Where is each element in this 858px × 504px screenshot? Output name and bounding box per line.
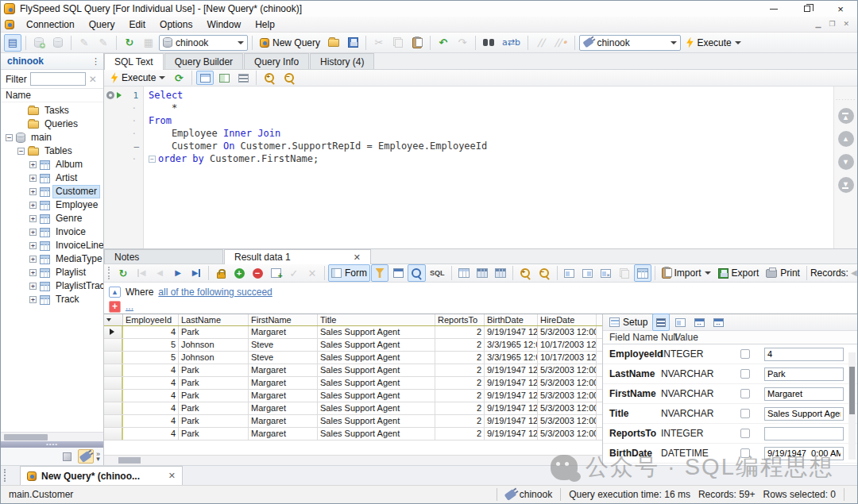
grid-cell[interactable]: Margaret [249,402,318,414]
scroll-down-button[interactable]: ▼ [838,154,854,170]
lock-button[interactable] [212,264,230,282]
null-checkbox[interactable] [740,448,750,458]
align-fields-button[interactable] [652,314,670,331]
grid-cell[interactable]: 9/19/1947 12:0... [485,428,538,440]
tree-item-customer[interactable]: +Customer [1,185,103,198]
menu-window[interactable]: Window [199,17,248,32]
grid-cell[interactable]: Park [179,390,249,402]
grid-cell[interactable]: Sales Support Agent [318,402,435,414]
scroll-top-button[interactable]: ▲ [838,108,854,124]
object-tree-toggle-button[interactable]: ▤ [4,34,21,52]
export-button[interactable]: Export [715,264,763,282]
grid-cell[interactable]: 2 [435,390,485,402]
grid-mode-button[interactable] [671,314,689,331]
mdi-minimize-button[interactable]: ▁ [815,21,821,28]
row-selector[interactable] [104,402,123,414]
grid-cell[interactable]: Johnson [179,352,249,364]
grid-cell[interactable]: 2 [435,326,485,338]
open-query-button[interactable] [325,34,342,52]
grid-cell[interactable]: 10/17/2003 12: [538,352,597,364]
grid-cell[interactable]: 5/3/2003 12:00 [538,377,597,389]
post-edit-button[interactable]: ✓ [285,264,303,282]
editor-zoom-in-button[interactable]: + [261,71,279,85]
best-fit-all-button[interactable] [492,264,509,282]
grid-cell[interactable]: 4 [123,428,179,440]
field-value-input[interactable] [764,348,844,361]
grid-cell[interactable]: 9/19/1947 12:0... [485,390,538,402]
records-prev-button[interactable]: ◀ [851,269,857,277]
first-record-button[interactable]: ◀ [133,264,150,282]
best-fit-button[interactable] [473,264,491,282]
objects-view-button[interactable] [60,449,75,464]
row-selector[interactable] [104,428,123,440]
table-row[interactable]: 4ParkMargaretSales Support Agent29/19/19… [104,415,602,428]
more-views-button[interactable]: »▾ [96,452,100,461]
expander-icon[interactable]: + [29,269,37,276]
column-header-lastname[interactable]: LastName [179,314,249,325]
add-filter-button[interactable]: + [109,301,121,313]
field-value-input[interactable] [764,367,844,381]
expander-icon[interactable]: − [6,134,13,141]
grid-cell[interactable]: 5/3/2003 12:00 [538,364,597,376]
scrollbar-thumb[interactable] [849,367,855,414]
grid-cell[interactable]: Johnson [179,339,249,351]
expander-icon[interactable]: + [29,215,37,222]
document-tab-close-icon[interactable]: ✕ [168,471,176,481]
next-record-button[interactable]: ▶ [169,264,187,282]
tree-item-main[interactable]: −main [1,131,103,144]
cut-button[interactable]: ✂ [370,34,388,52]
field-value-input[interactable] [764,387,844,401]
save-query-button[interactable] [344,34,361,52]
table-row[interactable]: 4ParkMargaretSales Support Agent29/19/19… [104,326,602,339]
row-selector[interactable] [104,377,123,389]
table-row[interactable]: 5JohnsonSteveSales Support Agent23/3/196… [104,352,602,364]
tab-result-data-1[interactable]: Result data 1✕ [224,249,371,264]
form-view-button[interactable]: Form [328,264,370,282]
grid-zoom-in-button[interactable]: + [516,264,535,282]
fold-toggle[interactable]: − [149,156,156,163]
grid-cell[interactable]: Steve [249,339,318,351]
column-header-birthdate[interactable]: BirthDate [485,314,538,325]
single-view-button[interactable] [196,71,214,85]
editor-zoom-out-button[interactable]: − [280,71,299,85]
grid-zoom-out-button[interactable]: − [535,264,554,282]
tree-item-queries[interactable]: Queries [1,117,103,131]
copy-button[interactable] [389,34,407,52]
menu-query[interactable]: Query [82,17,122,32]
row-selector[interactable] [104,326,123,338]
grid-cell[interactable]: 3/3/1965 12:00... [485,352,538,364]
execute-button[interactable]: Execute [682,34,744,52]
grid-cell[interactable]: 5 [123,339,179,351]
grid-cell[interactable]: 2 [435,352,485,364]
connections-view-button[interactable] [78,449,94,464]
table-row[interactable]: 4ParkMargaretSales Support Agent29/19/19… [104,390,602,402]
expander-icon[interactable]: + [29,296,37,303]
tab-notes[interactable]: Notes [104,249,223,264]
grid-cell[interactable]: Sales Support Agent [318,326,435,338]
filter-condition-link[interactable]: all of the following succeed [158,287,272,298]
layout-close-button[interactable] [597,264,615,282]
query-connection-combo[interactable]: chinook [579,35,681,51]
expander-icon[interactable]: + [29,188,37,195]
grid-cell[interactable]: Sales Support Agent [318,364,435,376]
tree-item-tables[interactable]: −Tables [1,144,103,158]
field-value-input[interactable] [764,447,844,460]
grid-cell[interactable]: Sales Support Agent [318,339,435,351]
scrollbar-thumb[interactable] [4,434,48,441]
undo-button[interactable]: ↶ [435,34,452,52]
row-selector[interactable] [104,339,123,351]
comment-button[interactable]: ∕∕ [532,34,550,52]
split-view-button[interactable] [215,71,233,85]
import-button[interactable]: Import [659,264,714,282]
grid-cell[interactable]: Steve [249,352,318,364]
field-value-input[interactable] [764,407,844,421]
grid-cell[interactable]: 3/3/1965 12:00... [485,339,538,351]
field-value-input[interactable] [764,427,844,441]
cancel-edit-button[interactable]: ✕ [303,264,321,282]
edit-connection-button[interactable]: ✎ [75,34,93,52]
tab-query-builder[interactable]: Query Builder [164,53,243,69]
expander-icon[interactable]: + [29,202,37,209]
grid-cell[interactable]: 9/19/1947 12:0... [485,377,538,389]
tab-close-icon[interactable]: ✕ [339,252,361,263]
print-button[interactable]: Print [763,264,803,282]
